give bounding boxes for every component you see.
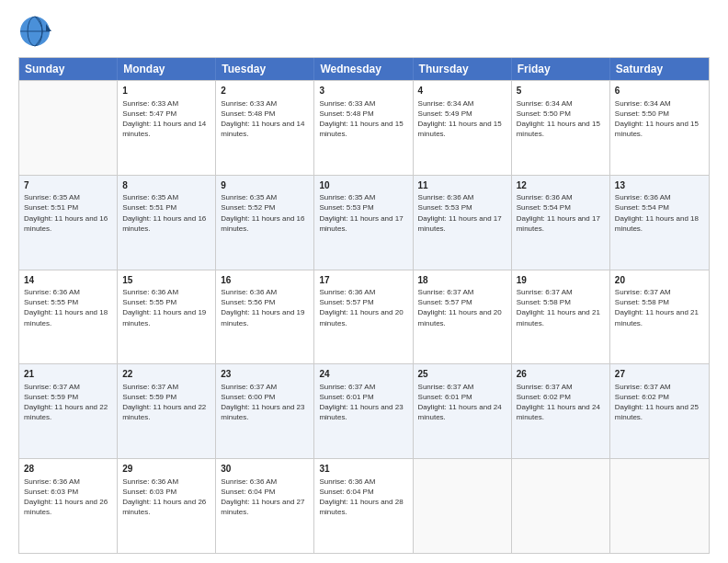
cal-cell: 19Sunrise: 6:37 AM Sunset: 5:58 PM Dayli… — [512, 270, 610, 364]
cell-text: Sunrise: 6:36 AM Sunset: 5:54 PM Dayligh… — [615, 192, 704, 234]
calendar-header: SundayMondayTuesdayWednesdayThursdayFrid… — [19, 58, 709, 80]
cell-text: Sunrise: 6:33 AM Sunset: 5:48 PM Dayligh… — [221, 98, 309, 140]
day-number: 15 — [122, 274, 210, 287]
cal-cell: 23Sunrise: 6:37 AM Sunset: 6:00 PM Dayli… — [216, 364, 314, 458]
cal-cell: 22Sunrise: 6:37 AM Sunset: 5:59 PM Dayli… — [118, 364, 216, 458]
cal-cell: 12Sunrise: 6:36 AM Sunset: 5:54 PM Dayli… — [512, 176, 610, 270]
day-number: 19 — [517, 274, 605, 287]
day-number: 30 — [221, 463, 309, 476]
cal-cell: 10Sunrise: 6:35 AM Sunset: 5:53 PM Dayli… — [314, 176, 413, 270]
cell-text: Sunrise: 6:35 AM Sunset: 5:51 PM Dayligh… — [24, 192, 112, 234]
calendar: SundayMondayTuesdayWednesdayThursdayFrid… — [18, 57, 710, 554]
cal-header-day: Friday — [512, 58, 610, 80]
cell-text: Sunrise: 6:37 AM Sunset: 6:01 PM Dayligh… — [418, 382, 506, 423]
cal-cell: 13Sunrise: 6:36 AM Sunset: 5:54 PM Dayli… — [610, 176, 709, 270]
cell-text: Sunrise: 6:33 AM Sunset: 5:47 PM Dayligh… — [122, 98, 210, 140]
cal-header-day: Saturday — [610, 58, 709, 80]
header — [18, 15, 710, 48]
cell-text: Sunrise: 6:36 AM Sunset: 5:54 PM Dayligh… — [517, 192, 605, 234]
cell-text: Sunrise: 6:36 AM Sunset: 6:04 PM Dayligh… — [319, 477, 407, 518]
cal-week: 28Sunrise: 6:36 AM Sunset: 6:03 PM Dayli… — [19, 458, 709, 553]
cal-header-day: Tuesday — [216, 58, 314, 80]
cell-text: Sunrise: 6:36 AM Sunset: 6:03 PM Dayligh… — [24, 477, 112, 518]
day-number: 17 — [319, 274, 407, 287]
day-number: 31 — [319, 463, 407, 476]
cal-cell — [610, 459, 709, 553]
day-number: 8 — [122, 179, 210, 192]
cal-week: 21Sunrise: 6:37 AM Sunset: 5:59 PM Dayli… — [19, 363, 709, 458]
cell-text: Sunrise: 6:36 AM Sunset: 5:55 PM Dayligh… — [24, 287, 112, 328]
cal-cell: 9Sunrise: 6:35 AM Sunset: 5:52 PM Daylig… — [216, 176, 314, 270]
cal-cell: 24Sunrise: 6:37 AM Sunset: 6:01 PM Dayli… — [314, 364, 413, 458]
cell-text: Sunrise: 6:36 AM Sunset: 6:03 PM Dayligh… — [122, 477, 210, 518]
cal-cell: 7Sunrise: 6:35 AM Sunset: 5:51 PM Daylig… — [19, 176, 118, 270]
day-number: 13 — [615, 179, 704, 192]
day-number: 21 — [24, 368, 112, 381]
logo-icon — [18, 15, 55, 48]
cal-cell: 8Sunrise: 6:35 AM Sunset: 5:51 PM Daylig… — [118, 176, 216, 270]
cell-text: Sunrise: 6:35 AM Sunset: 5:53 PM Dayligh… — [319, 192, 407, 234]
cal-cell — [414, 459, 512, 553]
cal-cell — [512, 459, 610, 553]
cal-cell: 26Sunrise: 6:37 AM Sunset: 6:02 PM Dayli… — [512, 364, 610, 458]
day-number: 1 — [122, 85, 210, 98]
day-number: 4 — [418, 85, 506, 98]
cal-cell: 31Sunrise: 6:36 AM Sunset: 6:04 PM Dayli… — [314, 459, 413, 553]
logo-svg — [18, 15, 51, 48]
cell-text: Sunrise: 6:37 AM Sunset: 5:59 PM Dayligh… — [24, 382, 112, 423]
cell-text: Sunrise: 6:36 AM Sunset: 6:04 PM Dayligh… — [221, 477, 309, 518]
day-number: 22 — [122, 368, 210, 381]
cell-text: Sunrise: 6:36 AM Sunset: 5:55 PM Dayligh… — [122, 287, 210, 328]
cal-cell: 20Sunrise: 6:37 AM Sunset: 5:58 PM Dayli… — [610, 270, 709, 364]
day-number: 26 — [517, 368, 605, 381]
day-number: 20 — [615, 274, 704, 287]
day-number: 14 — [24, 274, 112, 287]
cal-cell: 4Sunrise: 6:34 AM Sunset: 5:49 PM Daylig… — [414, 81, 512, 175]
cal-week: 14Sunrise: 6:36 AM Sunset: 5:55 PM Dayli… — [19, 270, 709, 364]
cell-text: Sunrise: 6:37 AM Sunset: 6:02 PM Dayligh… — [517, 382, 605, 423]
cal-cell — [19, 81, 118, 175]
day-number: 25 — [418, 368, 506, 381]
logo — [18, 15, 55, 48]
cell-text: Sunrise: 6:36 AM Sunset: 5:53 PM Dayligh… — [418, 192, 506, 234]
cell-text: Sunrise: 6:34 AM Sunset: 5:50 PM Dayligh… — [615, 98, 704, 140]
cal-header-day: Sunday — [19, 58, 118, 80]
day-number: 3 — [319, 85, 407, 98]
cell-text: Sunrise: 6:36 AM Sunset: 5:56 PM Dayligh… — [221, 287, 309, 328]
cell-text: Sunrise: 6:37 AM Sunset: 5:58 PM Dayligh… — [517, 287, 605, 328]
cal-cell: 14Sunrise: 6:36 AM Sunset: 5:55 PM Dayli… — [19, 270, 118, 364]
cal-cell: 21Sunrise: 6:37 AM Sunset: 5:59 PM Dayli… — [19, 364, 118, 458]
day-number: 9 — [221, 179, 309, 192]
cal-cell: 2Sunrise: 6:33 AM Sunset: 5:48 PM Daylig… — [216, 81, 314, 175]
cell-text: Sunrise: 6:37 AM Sunset: 5:59 PM Dayligh… — [122, 382, 210, 423]
cal-cell: 17Sunrise: 6:36 AM Sunset: 5:57 PM Dayli… — [314, 270, 413, 364]
cal-week: 1Sunrise: 6:33 AM Sunset: 5:47 PM Daylig… — [19, 80, 709, 175]
day-number: 24 — [319, 368, 407, 381]
cal-cell: 16Sunrise: 6:36 AM Sunset: 5:56 PM Dayli… — [216, 270, 314, 364]
day-number: 5 — [517, 85, 605, 98]
cal-cell: 25Sunrise: 6:37 AM Sunset: 6:01 PM Dayli… — [414, 364, 512, 458]
cell-text: Sunrise: 6:37 AM Sunset: 6:02 PM Dayligh… — [615, 382, 704, 423]
day-number: 10 — [319, 179, 407, 192]
cal-cell: 27Sunrise: 6:37 AM Sunset: 6:02 PM Dayli… — [610, 364, 709, 458]
day-number: 16 — [221, 274, 309, 287]
cal-cell: 5Sunrise: 6:34 AM Sunset: 5:50 PM Daylig… — [512, 81, 610, 175]
cal-header-day: Thursday — [414, 58, 512, 80]
day-number: 23 — [221, 368, 309, 381]
cell-text: Sunrise: 6:37 AM Sunset: 5:57 PM Dayligh… — [418, 287, 506, 328]
calendar-body: 1Sunrise: 6:33 AM Sunset: 5:47 PM Daylig… — [19, 80, 709, 553]
cal-cell: 18Sunrise: 6:37 AM Sunset: 5:57 PM Dayli… — [414, 270, 512, 364]
cell-text: Sunrise: 6:37 AM Sunset: 6:01 PM Dayligh… — [319, 382, 407, 423]
day-number: 27 — [615, 368, 704, 381]
cell-text: Sunrise: 6:34 AM Sunset: 5:49 PM Dayligh… — [418, 98, 506, 140]
day-number: 12 — [517, 179, 605, 192]
day-number: 11 — [418, 179, 506, 192]
cell-text: Sunrise: 6:36 AM Sunset: 5:57 PM Dayligh… — [319, 287, 407, 328]
cal-cell: 3Sunrise: 6:33 AM Sunset: 5:48 PM Daylig… — [314, 81, 413, 175]
cal-cell: 15Sunrise: 6:36 AM Sunset: 5:55 PM Dayli… — [118, 270, 216, 364]
cal-cell: 28Sunrise: 6:36 AM Sunset: 6:03 PM Dayli… — [19, 459, 118, 553]
page: SundayMondayTuesdayWednesdayThursdayFrid… — [0, 0, 728, 563]
cal-cell: 11Sunrise: 6:36 AM Sunset: 5:53 PM Dayli… — [414, 176, 512, 270]
cell-text: Sunrise: 6:37 AM Sunset: 6:00 PM Dayligh… — [221, 382, 309, 423]
day-number: 18 — [418, 274, 506, 287]
